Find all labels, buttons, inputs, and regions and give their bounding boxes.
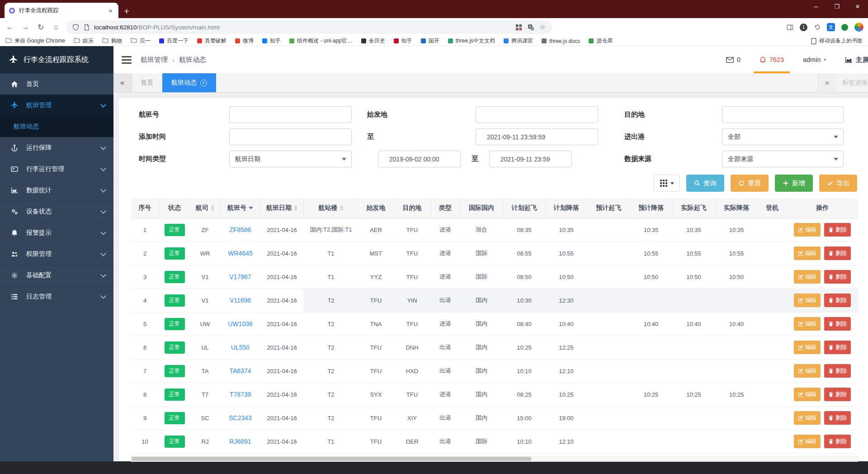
date-to-input[interactable]	[489, 151, 572, 167]
delete-button[interactable]: 删除	[824, 270, 851, 284]
flight-number-link[interactable]: V11698	[230, 297, 251, 304]
column-header-date[interactable]: 航班日期	[260, 198, 303, 218]
time-type-select[interactable]: 航班日期	[229, 151, 352, 167]
sort-icon[interactable]	[294, 205, 297, 211]
edit-button[interactable]: 编辑	[794, 388, 821, 401]
back-icon[interactable]: ←	[5, 23, 15, 32]
new-tab-button[interactable]: +	[124, 6, 129, 16]
browser-tab[interactable]: 行李全流程跟踪 ×	[5, 3, 118, 18]
user-menu[interactable]: admin ▾	[793, 46, 835, 73]
edit-button[interactable]: 编辑	[794, 246, 821, 260]
export-button[interactable]: 导出	[819, 175, 857, 192]
alerts-indicator[interactable]: 7623	[750, 46, 793, 73]
added-time-to-input[interactable]	[476, 128, 598, 145]
hamburger-icon[interactable]	[122, 54, 132, 66]
horizontal-scrollbar[interactable]	[131, 456, 858, 462]
column-header-no[interactable]: 序号	[131, 198, 159, 218]
translate-extension-icon[interactable]: 文	[827, 23, 835, 31]
reset-button[interactable]: 重置	[731, 175, 769, 192]
mobile-bookmarks[interactable]: 移动设备上的书签	[811, 37, 863, 45]
fragment-icon[interactable]	[515, 24, 522, 31]
column-header-origin[interactable]: 始发地	[359, 198, 393, 218]
sort-icon[interactable]	[211, 205, 214, 211]
scrollbar-thumb[interactable]	[132, 457, 531, 461]
bookmark-star-icon[interactable]: ☆	[540, 23, 546, 31]
edit-button[interactable]: 编辑	[794, 435, 821, 448]
added-time-input[interactable]	[229, 128, 352, 145]
breadcrumb-parent[interactable]: 航班管理	[141, 56, 168, 64]
sidebar-item-users[interactable]: 权限管理	[0, 243, 113, 265]
side-panel-icon[interactable]	[787, 24, 793, 31]
delete-button[interactable]: 删除	[824, 223, 851, 237]
column-header-ops[interactable]: 操作	[787, 198, 858, 218]
column-header-airline[interactable]: 航司	[190, 198, 220, 218]
bookmark-item[interactable]: 腾讯课堂	[504, 37, 533, 45]
tabs-expand-button[interactable]: »	[818, 73, 836, 92]
flight-number-link[interactable]: TA6374	[230, 367, 251, 374]
tab-close-icon[interactable]: ×	[107, 7, 114, 14]
sidebar-item-list[interactable]: 日志管理	[0, 286, 113, 307]
edit-button[interactable]: 编辑	[794, 294, 821, 307]
bookmark-item[interactable]: three.js中文文档	[448, 37, 495, 45]
sidebar-item-gears[interactable]: 设备状态	[0, 201, 113, 222]
add-button[interactable]: 新增	[775, 175, 813, 192]
delete-button[interactable]: 删除	[824, 435, 851, 448]
reload-icon[interactable]: ↻	[35, 23, 46, 32]
edit-button[interactable]: 编辑	[794, 364, 821, 378]
column-header-est_arr[interactable]: 预计降落	[630, 198, 672, 218]
tab-close-icon[interactable]: ×	[200, 80, 207, 86]
column-header-act_dep[interactable]: 实际起飞	[672, 198, 715, 218]
green-extension-icon[interactable]	[841, 24, 848, 31]
tab-home[interactable]: 首页	[132, 73, 162, 92]
flight-number-link[interactable]: ZF8586	[229, 226, 251, 233]
flight-number-link[interactable]: WR4645	[228, 250, 252, 257]
sidebar-subitem[interactable]: 航班动态	[0, 116, 113, 137]
column-header-terminal[interactable]: 航站楼	[303, 198, 359, 218]
forward-icon[interactable]: →	[20, 23, 31, 32]
bookmark-item[interactable]: three.js docs	[542, 38, 580, 44]
origin-input[interactable]	[476, 106, 598, 123]
tab-flight-dynamics[interactable]: 航班动态 ×	[162, 73, 216, 92]
flight-number-link[interactable]: UW1036	[228, 320, 252, 327]
delete-button[interactable]: 删除	[824, 246, 851, 260]
column-header-status[interactable]: 状态	[159, 198, 190, 218]
sidebar-item-plane[interactable]: 航班管理	[0, 95, 113, 116]
date-from-input[interactable]	[378, 151, 461, 167]
flight-number-link[interactable]: RJ6891	[229, 438, 251, 445]
port-select[interactable]: 全部	[722, 128, 844, 145]
minimize-button[interactable]: ─	[806, 0, 826, 14]
flight-no-input[interactable]	[229, 106, 352, 123]
column-header-intl[interactable]: 国际国内	[460, 198, 503, 218]
bookmark-item[interactable]: 微博	[235, 37, 254, 45]
sidebar-item-card[interactable]: 行李运行管理	[0, 158, 113, 180]
bookmark-item[interactable]: 购物	[102, 37, 122, 45]
edit-button[interactable]: 编辑	[794, 411, 821, 425]
column-header-flight[interactable]: 航班号	[220, 198, 260, 218]
edit-button[interactable]: 编辑	[794, 317, 821, 331]
column-header-est_dep[interactable]: 预计起飞	[587, 198, 630, 218]
bookmark-item[interactable]: 知乎	[262, 37, 281, 45]
column-header-type[interactable]: 类型	[431, 198, 460, 218]
bookmark-item[interactable]: 吾爱破解	[197, 37, 226, 45]
messages-indicator[interactable]: 0	[717, 46, 750, 73]
column-header-sched_arr[interactable]: 计划降落	[545, 198, 587, 218]
history-arrow-icon[interactable]	[814, 24, 821, 31]
source-select[interactable]: 全部来源	[722, 151, 844, 167]
bookmark-item[interactable]: 娱乐	[74, 37, 94, 45]
column-header-act_arr[interactable]: 实际降落	[715, 198, 758, 218]
address-bar[interactable]: localhost:62810/BOP-PLUS/System/main.htm…	[66, 20, 552, 34]
sort-desc-icon[interactable]	[249, 207, 253, 209]
home-icon[interactable]: ⌂	[51, 23, 61, 32]
tab-options-button[interactable]: 标签选项 ▾	[842, 79, 868, 87]
dest-input[interactable]	[722, 106, 844, 123]
edit-button[interactable]: 编辑	[794, 341, 821, 354]
bookmark-item[interactable]: 贝一	[131, 37, 151, 45]
bookmark-item[interactable]: 全历史	[361, 37, 385, 45]
delete-button[interactable]: 删除	[824, 364, 851, 378]
bookmark-item[interactable]: 来自 Google Chrome	[5, 37, 65, 45]
bookmark-item[interactable]: 百度一下	[159, 37, 189, 45]
sidebar-item-bell[interactable]: 报警提示	[0, 222, 113, 243]
bookmark-item[interactable]: 源仓库	[589, 37, 613, 45]
translate-page-icon[interactable]: A	[528, 24, 534, 31]
sidebar-item-gear[interactable]: 基础配置	[0, 265, 113, 286]
